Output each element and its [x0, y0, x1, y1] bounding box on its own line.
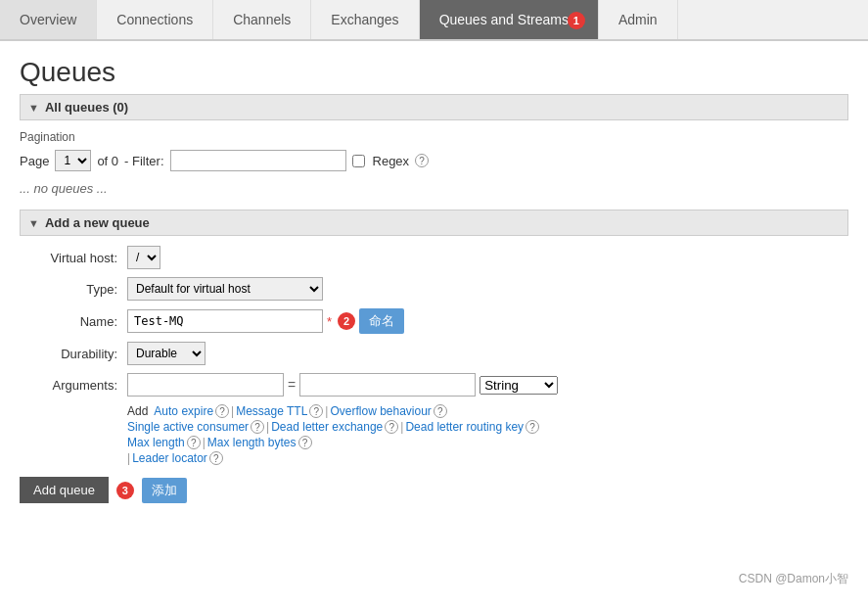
name-label: Name: — [20, 314, 127, 329]
link-dead-letter-exchange[interactable]: Dead letter exchange — [271, 420, 383, 434]
link-overflow-behaviour[interactable]: Overflow behaviour — [330, 404, 431, 418]
queues-badge: 1 — [568, 12, 585, 29]
virtual-host-control: / — [127, 246, 160, 269]
add-links-row4: | Leader locator ? — [127, 451, 848, 465]
add-links-row3: Max length ? | Max length bytes ? — [127, 436, 848, 449]
durability-select[interactable]: Durable Transient — [127, 342, 206, 365]
add-queue-badge: 3 — [116, 482, 134, 499]
name-button[interactable]: 命名 — [359, 308, 404, 334]
arguments-label: Arguments: — [20, 378, 127, 393]
name-badge: 2 — [338, 312, 355, 330]
regex-help-icon[interactable]: ? — [415, 154, 429, 167]
nav-overview[interactable]: Overview — [0, 0, 97, 39]
collapse-triangle: ▼ — [28, 102, 39, 114]
nav-admin[interactable]: Admin — [599, 0, 678, 39]
equals-sign: = — [288, 377, 296, 393]
virtual-host-row: Virtual host: / — [20, 246, 848, 269]
no-queues-message: ... no queues ... — [20, 181, 848, 196]
dle-help[interactable]: ? — [385, 420, 398, 434]
nav-connections[interactable]: Connections — [97, 0, 213, 39]
durability-label: Durability: — [20, 347, 127, 361]
filter-input[interactable] — [170, 150, 346, 171]
bottom-row: Add queue 3 添加 — [20, 477, 848, 503]
page-label: Page — [20, 154, 49, 168]
add-links-row2: Single active consumer ? | Dead letter e… — [127, 420, 848, 434]
type-row: Type: Default for virtual host — [20, 277, 848, 301]
auto-expire-help[interactable]: ? — [215, 404, 229, 418]
add-queue-form: Virtual host: / Type: Default for virtua… — [20, 246, 848, 503]
type-label: Type: — [20, 282, 127, 297]
add-queue-button[interactable]: Add queue — [20, 477, 109, 503]
arguments-type-select[interactable]: String Number Boolean — [480, 376, 558, 395]
page-title: Queues — [20, 57, 848, 88]
add-links: Add Auto expire ? | Message TTL ? | Over… — [127, 404, 848, 465]
max-length-bytes-help[interactable]: ? — [298, 436, 312, 449]
virtual-host-label: Virtual host: — [20, 251, 127, 265]
type-control: Default for virtual host — [127, 277, 323, 301]
leader-locator-help[interactable]: ? — [209, 451, 223, 465]
top-navigation: Overview Connections Channels Exchanges … — [0, 0, 868, 41]
of-label: of 0 — [97, 154, 118, 168]
durability-row: Durability: Durable Transient — [20, 342, 848, 365]
pagination-label: Pagination — [20, 130, 848, 144]
overflow-help[interactable]: ? — [434, 404, 447, 418]
type-select[interactable]: Default for virtual host — [127, 277, 323, 301]
message-ttl-help[interactable]: ? — [309, 404, 323, 418]
pagination-row: Page 1 of 0 - Filter: Regex ? — [20, 150, 848, 171]
arguments-row: Arguments: = String Number Boolean — [20, 373, 848, 397]
arguments-value-input[interactable] — [299, 373, 476, 397]
nav-channels[interactable]: Channels — [213, 0, 311, 39]
add-collapse-triangle: ▼ — [28, 217, 39, 229]
page-select[interactable]: 1 — [55, 150, 91, 171]
all-queues-section[interactable]: ▼ All queues (0) — [20, 94, 848, 120]
name-input[interactable] — [127, 309, 323, 333]
main-content: Queues ▼ All queues (0) Pagination Page … — [0, 41, 868, 519]
link-max-length[interactable]: Max length — [127, 436, 185, 449]
add-links-row1: Add Auto expire ? | Message TTL ? | Over… — [127, 404, 848, 418]
filter-label: - Filter: — [124, 154, 163, 168]
link-dead-letter-routing-key[interactable]: Dead letter routing key — [405, 420, 524, 434]
all-queues-label: All queues (0) — [45, 100, 128, 115]
name-row: Name: * 2 命名 — [20, 308, 848, 334]
required-star: * — [327, 314, 332, 329]
link-message-ttl[interactable]: Message TTL — [236, 404, 307, 418]
nav-exchanges[interactable]: Exchanges — [311, 0, 419, 39]
add-queue-section[interactable]: ▼ Add a new queue — [20, 210, 848, 236]
name-control: * 2 命名 — [127, 308, 404, 334]
sac-help[interactable]: ? — [251, 420, 264, 434]
regex-checkbox[interactable] — [352, 155, 365, 167]
link-single-active-consumer[interactable]: Single active consumer — [127, 420, 249, 434]
durability-control: Durable Transient — [127, 342, 206, 365]
add-label: Add — [127, 404, 148, 418]
link-leader-locator[interactable]: Leader locator — [132, 451, 207, 465]
arguments-key-input[interactable] — [127, 373, 284, 397]
link-max-length-bytes[interactable]: Max length bytes — [207, 436, 297, 449]
add-queue-label: Add a new queue — [45, 215, 150, 230]
link-auto-expire[interactable]: Auto expire — [154, 404, 213, 418]
virtual-host-select[interactable]: / — [127, 246, 160, 269]
arguments-control: = String Number Boolean — [127, 373, 558, 397]
add-chinese-button[interactable]: 添加 — [142, 478, 187, 503]
credit-text: CSDN @Damon小智 — [739, 571, 848, 587]
max-length-help[interactable]: ? — [187, 436, 201, 449]
dlrk-help[interactable]: ? — [525, 420, 539, 434]
regex-label: Regex — [373, 154, 410, 168]
